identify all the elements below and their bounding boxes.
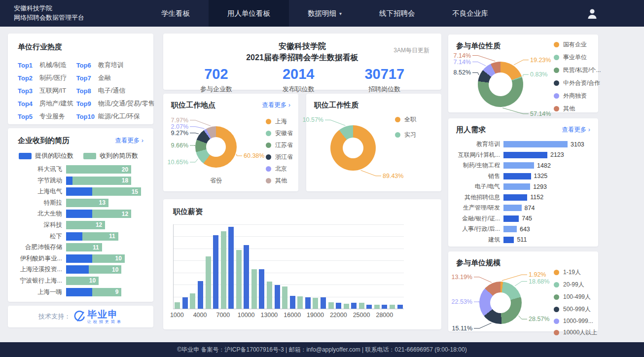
nav-item-bad-company[interactable]: 不良企业库 bbox=[434, 0, 507, 27]
demand-bar[interactable] bbox=[503, 226, 517, 232]
donut-pct-label: 10.65% bbox=[168, 159, 188, 166]
donut-pct-label: 60.38% bbox=[244, 152, 264, 159]
hist-bar[interactable] bbox=[374, 305, 380, 309]
hist-bar[interactable] bbox=[206, 256, 211, 309]
hist-bar[interactable] bbox=[305, 297, 311, 309]
hist-bar[interactable] bbox=[275, 285, 280, 309]
legend-item[interactable]: 其他 bbox=[554, 105, 601, 113]
legend-item[interactable]: 上海 bbox=[266, 117, 293, 126]
biyeshen-logo[interactable]: 毕业申 让校招更简单 bbox=[73, 310, 123, 324]
hist-bar[interactable] bbox=[397, 305, 403, 309]
hist-bar[interactable] bbox=[228, 227, 234, 309]
legend-item[interactable]: 国有企业 bbox=[554, 40, 601, 49]
legend-item[interactable]: 江苏省 bbox=[266, 141, 293, 149]
resume-bar[interactable]: 15 bbox=[66, 187, 141, 196]
user-avatar-icon[interactable] bbox=[586, 7, 599, 20]
hist-bar[interactable] bbox=[259, 269, 264, 309]
resume-bar[interactable]: 11 bbox=[66, 243, 141, 251]
demand-bar[interactable] bbox=[503, 162, 534, 169]
stat-companies: 702 参与企业数 bbox=[200, 66, 232, 94]
hist-bar[interactable] bbox=[351, 303, 357, 309]
nav-item-student-board[interactable]: 学生看板 bbox=[143, 0, 209, 27]
hist-bar[interactable] bbox=[313, 298, 318, 309]
demand-bar[interactable] bbox=[503, 173, 531, 179]
resume-bar[interactable]: 12 bbox=[66, 210, 141, 218]
resume-bar[interactable]: 9 bbox=[66, 288, 141, 296]
demand-bar[interactable] bbox=[503, 152, 547, 158]
legend-item[interactable]: 外商独资 bbox=[554, 92, 601, 100]
demand-bar[interactable] bbox=[503, 194, 527, 201]
resume-bar[interactable]: 11 bbox=[66, 232, 141, 241]
hist-bar[interactable] bbox=[366, 305, 372, 309]
legend-item-positions[interactable]: 提供的职位数 bbox=[19, 151, 73, 160]
legend-item[interactable]: 1000-999... bbox=[554, 318, 597, 324]
legend-item[interactable]: 北京 bbox=[266, 165, 293, 173]
hist-bar[interactable] bbox=[336, 303, 341, 309]
update-note: 3AM每日更新 bbox=[394, 46, 429, 55]
legend-item[interactable]: 中外合资/合作 bbox=[554, 79, 601, 87]
legend-item[interactable]: 安徽省 bbox=[266, 129, 293, 138]
hiring-demand-title: 用人需求 bbox=[456, 125, 486, 135]
job-type-donut-chart[interactable]: 10.57%89.43% bbox=[311, 122, 405, 181]
hist-bar[interactable] bbox=[290, 296, 295, 309]
salary-histogram[interactable]: 1000400070001000013000160001900022000250… bbox=[173, 224, 431, 320]
hist-bar[interactable] bbox=[175, 302, 180, 309]
hist-bar[interactable] bbox=[297, 296, 303, 309]
legend-item[interactable]: 事业单位 bbox=[554, 53, 601, 62]
demand-bar[interactable] bbox=[503, 237, 514, 243]
job-type-title: 职位工作性质 bbox=[314, 101, 358, 110]
hist-bar[interactable] bbox=[244, 245, 249, 309]
hist-bar[interactable] bbox=[321, 297, 326, 309]
unit-scale-donut-chart[interactable]: 13.19%22.53%15.11%1.92%18.68%28.57% bbox=[458, 276, 543, 330]
hist-bar[interactable] bbox=[328, 302, 334, 309]
industry-rank-item: Top6 教育培训 bbox=[76, 61, 155, 70]
legend-item[interactable]: 10000人以上 bbox=[554, 328, 597, 337]
legend-item[interactable]: 20-99人 bbox=[554, 281, 597, 289]
hist-bar[interactable] bbox=[182, 297, 188, 309]
hist-bar[interactable] bbox=[190, 293, 195, 309]
demand-bar[interactable] bbox=[503, 183, 530, 190]
legend-item[interactable]: 浙江省 bbox=[266, 153, 293, 161]
legend-item[interactable]: 1-19人 bbox=[554, 268, 597, 277]
resumes-more-link[interactable]: 查看更多 › bbox=[115, 137, 143, 145]
hist-bar[interactable] bbox=[213, 235, 218, 309]
location-more-link[interactable]: 查看更多 › bbox=[262, 101, 290, 109]
legend-item[interactable]: 实习 bbox=[395, 131, 416, 139]
nav-item-offline-fair[interactable]: 线下招聘会 bbox=[360, 0, 434, 27]
location-donut-chart[interactable]: 7.97%2.07%9.27%9.66%10.65%60.38% bbox=[169, 121, 263, 180]
legend-item[interactable]: 全职 bbox=[395, 115, 416, 124]
hist-bar[interactable] bbox=[382, 305, 387, 309]
resume-bar-chart: 科大讯飞 20 字节跳动 18 上海电气 15 bbox=[18, 165, 143, 296]
legend-item[interactable]: 民营/私营/个... bbox=[554, 66, 601, 74]
hist-bar[interactable] bbox=[221, 231, 226, 309]
footer: ©毕业申 备案号：沪ICP备17007916号-3 | 邮箱：info@appl… bbox=[0, 342, 644, 357]
resume-row: 深科技 12 bbox=[18, 221, 143, 229]
legend-item-resumes[interactable]: 收到的简历数 bbox=[83, 151, 138, 160]
resume-bar[interactable]: 10 bbox=[66, 265, 141, 274]
demand-bar[interactable] bbox=[503, 141, 568, 147]
resume-bar[interactable]: 10 bbox=[66, 277, 141, 285]
hist-bar[interactable] bbox=[236, 250, 242, 309]
hist-bar[interactable] bbox=[359, 303, 364, 309]
legend-item[interactable]: 500-999人 bbox=[554, 305, 597, 314]
hist-bar[interactable] bbox=[390, 305, 395, 309]
legend-item[interactable]: 其他 bbox=[266, 177, 293, 185]
unit-nature-donut-chart[interactable]: 7.14%7.14%8.52%19.23%0.83%57.14% bbox=[458, 54, 543, 114]
resume-bar[interactable]: 13 bbox=[66, 199, 141, 207]
hist-bar[interactable] bbox=[344, 304, 349, 309]
demand-bar[interactable] bbox=[503, 215, 519, 222]
nav-item-employer-board[interactable]: 用人单位看板 bbox=[209, 0, 289, 27]
resume-bar[interactable]: 12 bbox=[66, 221, 141, 229]
hist-bar[interactable] bbox=[198, 281, 203, 309]
demand-bar[interactable] bbox=[503, 205, 522, 211]
demand-more-link[interactable]: 查看更多 › bbox=[562, 126, 590, 134]
resume-bar[interactable]: 10 bbox=[66, 254, 141, 263]
legend-item[interactable]: 100-499人 bbox=[554, 293, 597, 301]
resume-bar[interactable]: 20 bbox=[66, 165, 141, 174]
hist-bar[interactable] bbox=[267, 282, 272, 309]
resume-bar[interactable]: 18 bbox=[66, 177, 141, 185]
nav-item-data-detail[interactable]: 数据明细▾ bbox=[289, 0, 360, 27]
hist-bar[interactable] bbox=[282, 286, 287, 309]
hist-bar[interactable] bbox=[251, 269, 257, 309]
resume-row: 上海电气 15 bbox=[18, 187, 143, 196]
